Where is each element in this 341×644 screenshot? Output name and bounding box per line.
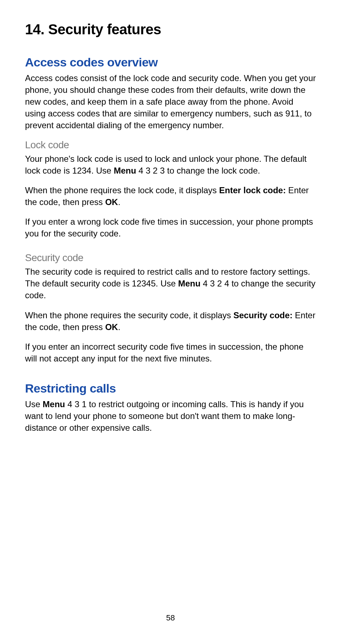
body-text: Use Menu 4 3 1 to restrict outgoing or i… [25,398,316,434]
bold-prompt: Security code: [233,310,292,320]
bold-menu: Menu [178,279,201,288]
bold-menu: Menu [43,399,65,409]
bold-ok: OK [105,322,118,332]
bold-prompt: Enter lock code: [219,185,286,195]
chapter-number: 14. [25,21,44,37]
chapter-heading: 14. Security features [25,21,316,38]
body-text: When the phone requires the lock code, i… [25,184,316,208]
section-heading: Restricting calls [25,381,316,395]
body-text: If you enter an incorrect security code … [25,341,316,364]
chapter-title: Security features [48,21,161,37]
bold-menu: Menu [114,166,136,175]
page-number: 58 [0,613,341,623]
section-restricting-calls: Restricting calls Use Menu 4 3 1 to rest… [25,381,316,434]
subsection-heading: Security code [25,252,316,264]
body-text: Access codes consist of the lock code an… [25,72,316,131]
body-text: The security code is required to restric… [25,266,316,301]
section-heading: Access codes overview [25,55,316,69]
body-text: If you enter a wrong lock code five time… [25,216,316,239]
body-text: When the phone requires the security cod… [25,309,316,333]
section-access-codes: Access codes overview Access codes consi… [25,55,316,364]
body-text: Your phone's lock code is used to lock a… [25,153,316,176]
subsection-lock-code: Lock code Your phone's lock code is used… [25,139,316,240]
subsection-heading: Lock code [25,139,316,151]
page-content: 14. Security features Access codes overv… [0,0,341,434]
subsection-security-code: Security code The security code is requi… [25,252,316,364]
bold-ok: OK [105,197,118,207]
